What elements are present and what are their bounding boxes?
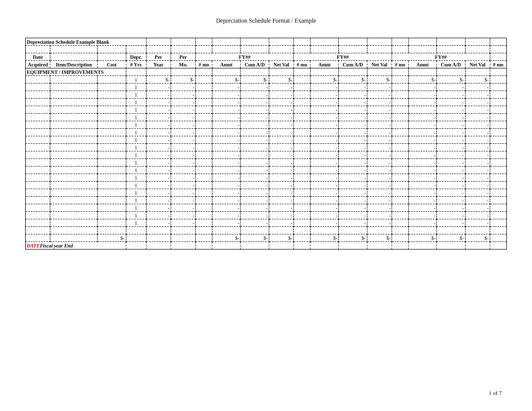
cell-amnt: $- bbox=[212, 76, 241, 84]
cell-cad: - bbox=[339, 144, 367, 151]
cell-cad: - bbox=[241, 106, 269, 114]
cell-nv: - bbox=[269, 159, 293, 167]
cell-per-mo: - bbox=[171, 121, 195, 129]
cell-amnt: - bbox=[310, 189, 338, 197]
total-nv: $- bbox=[465, 234, 490, 242]
cell-nv: - bbox=[465, 144, 490, 151]
cell-per-mo: - bbox=[171, 174, 195, 182]
blank-row bbox=[26, 46, 507, 53]
cell-cad: - bbox=[241, 204, 269, 212]
cell-yrs: 1 bbox=[126, 182, 146, 189]
hdr-per-year: Per bbox=[146, 53, 171, 61]
cell-amnt: - bbox=[310, 212, 338, 219]
data-row: 1----------- bbox=[26, 129, 507, 136]
cell-amnt: - bbox=[310, 144, 338, 151]
cell-nv: - bbox=[269, 91, 293, 99]
cell-amnt: - bbox=[310, 136, 338, 144]
cell-nv: - bbox=[269, 167, 293, 174]
hdr-nmo4: # mo bbox=[490, 61, 506, 68]
totals-row: $-$-$-$-$-$-$-$-$-$- bbox=[26, 234, 507, 242]
cell-amnt: - bbox=[408, 204, 436, 212]
hdr-fy3: FY## bbox=[392, 53, 490, 61]
cell-nv: - bbox=[269, 151, 293, 159]
cell-nv: - bbox=[367, 182, 392, 189]
data-row: 1----------- bbox=[26, 144, 507, 151]
cell-per-mo: - bbox=[171, 167, 195, 174]
cell-amnt: - bbox=[408, 182, 436, 189]
hdr-date: Date bbox=[26, 53, 50, 61]
data-row: 1----------- bbox=[26, 182, 507, 189]
depreciation-table: Depreciation Schedule Example BlankDateD… bbox=[25, 38, 507, 250]
cell-nv: - bbox=[465, 219, 490, 227]
cell-cad: - bbox=[437, 114, 465, 121]
hdr-nv3: Net Val bbox=[465, 61, 490, 68]
cell-yrs: 1 bbox=[126, 114, 146, 121]
cell-nv: - bbox=[465, 121, 490, 129]
cell-nv: - bbox=[269, 219, 293, 227]
cell-amnt: - bbox=[212, 91, 241, 99]
cell-yrs: 1 bbox=[126, 144, 146, 151]
data-row: 1----------- bbox=[26, 204, 507, 212]
page-number: 1 of 7 bbox=[489, 390, 502, 396]
cell-per-year: - bbox=[146, 114, 171, 121]
cell-amnt: - bbox=[408, 129, 436, 136]
cell-amnt: - bbox=[212, 167, 241, 174]
cell-nv: - bbox=[367, 84, 392, 91]
cell-amnt: - bbox=[408, 151, 436, 159]
cell-per-year: - bbox=[146, 174, 171, 182]
data-row: 1----------- bbox=[26, 121, 507, 129]
cell-nv: - bbox=[465, 204, 490, 212]
cell-cad: - bbox=[339, 114, 367, 121]
cell-nv: - bbox=[269, 121, 293, 129]
cell-amnt: - bbox=[408, 106, 436, 114]
cell-nv: - bbox=[269, 114, 293, 121]
cell-nv: - bbox=[367, 167, 392, 174]
hdr-nmo3: # mo bbox=[392, 61, 408, 68]
cell-cad: - bbox=[437, 121, 465, 129]
cell-cad: - bbox=[339, 174, 367, 182]
cell-amnt: - bbox=[408, 84, 436, 91]
cell-yrs: 1 bbox=[126, 99, 146, 106]
hdr-year: Year bbox=[146, 61, 171, 68]
cell-per-year: - bbox=[146, 167, 171, 174]
cell-cad: - bbox=[437, 91, 465, 99]
cell-cad: - bbox=[241, 159, 269, 167]
cell-yrs: 1 bbox=[126, 212, 146, 219]
data-row: 1----------- bbox=[26, 136, 507, 144]
cell-amnt: - bbox=[310, 197, 338, 204]
cell-cad: - bbox=[339, 219, 367, 227]
cell-nv: - bbox=[465, 129, 490, 136]
hdr-mo: Mo. bbox=[171, 61, 195, 68]
cell-nv: - bbox=[367, 151, 392, 159]
cell-per-year: - bbox=[146, 159, 171, 167]
cell-per-mo: - bbox=[171, 114, 195, 121]
cell-cad: - bbox=[437, 189, 465, 197]
cell-amnt: - bbox=[212, 136, 241, 144]
cell-per-mo: - bbox=[171, 212, 195, 219]
hdr-acquired: Acquired bbox=[26, 61, 50, 68]
sheet-title: Depreciation Schedule Example Blank bbox=[26, 38, 146, 46]
data-row: 1----------- bbox=[26, 91, 507, 99]
cell-amnt: - bbox=[310, 114, 338, 121]
cell-yrs: 1 bbox=[126, 189, 146, 197]
cell-cad: - bbox=[437, 204, 465, 212]
cell-amnt: - bbox=[212, 189, 241, 197]
cell-amnt: - bbox=[212, 212, 241, 219]
cell-per-year: - bbox=[146, 136, 171, 144]
cell-amnt: - bbox=[408, 212, 436, 219]
cell-nv: - bbox=[465, 136, 490, 144]
cell-amnt: - bbox=[212, 197, 241, 204]
footer-row: DATEFiscal year End bbox=[26, 242, 507, 250]
data-row: 1----------- bbox=[26, 197, 507, 204]
cell-amnt: - bbox=[310, 106, 338, 114]
cell-amnt: - bbox=[408, 197, 436, 204]
hdr-amnt3: Amnt bbox=[408, 61, 436, 68]
cell-amnt: - bbox=[310, 219, 338, 227]
data-row: 1----------- bbox=[26, 219, 507, 227]
cell-cad: - bbox=[437, 167, 465, 174]
total-cad: $- bbox=[437, 234, 465, 242]
hdr-cad3: Cum A/D bbox=[437, 61, 465, 68]
cell-amnt: - bbox=[212, 159, 241, 167]
cell-amnt: - bbox=[310, 159, 338, 167]
hdr-nv2: Net Val bbox=[367, 61, 392, 68]
